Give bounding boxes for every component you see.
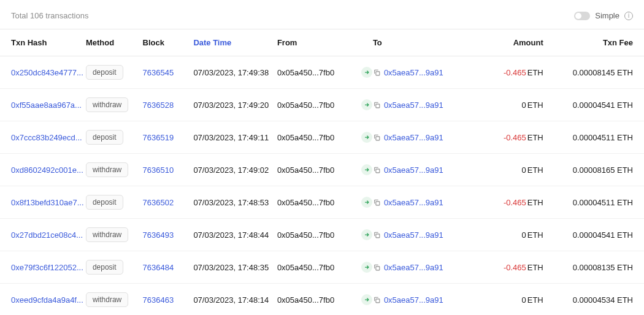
table-row: 0xf55aae8aa967a...withdraw763652807/03/2… <box>0 89 644 121</box>
txn-hash-link[interactable]: 0x7ccc83b249ecd... <box>11 133 82 142</box>
arrow-right-icon <box>361 197 372 208</box>
date-value: 07/03/2023, 17:48:53 <box>193 198 269 207</box>
arrow-right-icon <box>361 99 372 110</box>
txn-hash-link[interactable]: 0x8f13befd310ae7... <box>11 198 84 207</box>
copy-icon[interactable] <box>373 101 381 109</box>
amount-unit: ETH <box>527 165 543 175</box>
txn-hash-link[interactable]: 0x27dbd21ce08c4... <box>11 230 83 240</box>
to-address-link[interactable]: 0x5aea57...9a91 <box>384 68 443 77</box>
table-row: 0xd8602492c001e...withdraw763651007/03/2… <box>0 154 644 186</box>
svg-rect-4 <box>376 201 380 205</box>
block-link[interactable]: 7636519 <box>143 133 174 142</box>
table-row: 0x250dc843e4777...deposit763654507/03/20… <box>0 56 644 89</box>
from-address: 0x05a450...7fb0 <box>277 295 334 305</box>
arrow-right-icon <box>361 132 372 143</box>
date-value: 07/03/2023, 17:49:38 <box>193 68 269 77</box>
copy-icon[interactable] <box>373 264 381 271</box>
txn-hash-link[interactable]: 0xf55aae8aa967a... <box>11 101 82 110</box>
amount-unit: ETH <box>527 263 543 272</box>
table-row: 0x8f13befd310ae7...deposit763650207/03/2… <box>0 186 644 219</box>
from-address: 0x05a450...7fb0 <box>277 101 334 110</box>
total-transactions-label: Total 106 transactions <box>11 11 88 20</box>
date-value: 07/03/2023, 17:48:35 <box>193 263 269 272</box>
arrow-right-icon <box>361 164 372 175</box>
arrow-right-icon <box>361 294 372 305</box>
simple-toggle-group: Simple i <box>574 11 633 20</box>
txn-hash-link[interactable]: 0x250dc843e4777... <box>11 68 83 77</box>
to-address-link[interactable]: 0x5aea57...9a91 <box>384 295 443 305</box>
col-header-amount: Amount <box>469 38 543 47</box>
fee-value: 0.00004511 ETH <box>573 133 633 142</box>
copy-icon[interactable] <box>373 231 381 239</box>
block-link[interactable]: 7636493 <box>143 230 174 240</box>
amount-value: -0.465 <box>504 68 526 77</box>
copy-icon[interactable] <box>373 166 381 174</box>
info-icon[interactable]: i <box>624 12 633 20</box>
copy-icon[interactable] <box>373 69 381 77</box>
from-address: 0x05a450...7fb0 <box>277 198 334 207</box>
amount-value: 0 <box>522 230 526 240</box>
method-badge: withdraw <box>86 227 128 242</box>
transactions-table: Txn Hash Method Block Date Time From To … <box>0 29 644 315</box>
summary-bar: Total 106 transactions Simple i <box>0 6 644 29</box>
copy-icon[interactable] <box>373 296 381 304</box>
to-address-link[interactable]: 0x5aea57...9a91 <box>384 230 443 240</box>
from-address: 0x05a450...7fb0 <box>277 263 334 272</box>
fee-value: 0.00004511 ETH <box>573 198 633 207</box>
txn-hash-link[interactable]: 0xd8602492c001e... <box>11 165 83 175</box>
fee-value: 0.00004534 ETH <box>573 295 633 305</box>
date-value: 07/03/2023, 17:49:11 <box>193 133 269 142</box>
arrow-right-icon <box>361 262 372 273</box>
txn-hash-link[interactable]: 0xeed9cfda4a9a4f... <box>11 295 83 305</box>
amount-unit: ETH <box>527 295 543 305</box>
to-address-link[interactable]: 0x5aea57...9a91 <box>384 198 443 207</box>
col-header-hash: Txn Hash <box>11 38 86 47</box>
block-link[interactable]: 7636545 <box>143 68 174 77</box>
col-header-date[interactable]: Date Time <box>193 38 277 47</box>
fee-value: 0.00008165 ETH <box>573 165 633 175</box>
table-row: 0x7ccc83b249ecd...deposit763651907/03/20… <box>0 121 644 154</box>
date-value: 07/03/2023, 17:49:02 <box>193 165 269 175</box>
txn-hash-link[interactable]: 0xe79f3c6f122052... <box>11 263 83 272</box>
col-header-method: Method <box>86 38 143 47</box>
arrow-right-icon <box>361 229 372 240</box>
col-header-from: From <box>277 38 361 47</box>
method-badge: deposit <box>86 130 123 145</box>
block-link[interactable]: 7636510 <box>143 165 174 175</box>
simple-toggle[interactable] <box>574 12 590 20</box>
amount-value: 0 <box>522 295 526 305</box>
amount-unit: ETH <box>527 133 543 142</box>
date-value: 07/03/2023, 17:49:20 <box>193 101 269 110</box>
to-address-link[interactable]: 0x5aea57...9a91 <box>384 263 443 272</box>
table-row: 0xeed9cfda4a9a4f...withdraw763646307/03/… <box>0 284 644 315</box>
method-badge: withdraw <box>86 292 128 307</box>
from-address: 0x05a450...7fb0 <box>277 165 334 175</box>
block-link[interactable]: 7636528 <box>143 101 174 110</box>
svg-rect-3 <box>376 169 380 172</box>
from-address: 0x05a450...7fb0 <box>277 230 334 240</box>
fee-value: 0.00004541 ETH <box>573 101 633 110</box>
simple-label: Simple <box>595 11 619 20</box>
block-link[interactable]: 7636463 <box>143 295 174 305</box>
table-body: 0x250dc843e4777...deposit763654507/03/20… <box>0 56 644 315</box>
fee-value: 0.00008145 ETH <box>573 68 633 77</box>
from-address: 0x05a450...7fb0 <box>277 133 334 142</box>
arrow-right-icon <box>361 67 372 78</box>
amount-unit: ETH <box>527 198 543 207</box>
method-badge: deposit <box>86 260 123 275</box>
amount-value: 0 <box>522 165 526 175</box>
from-address: 0x05a450...7fb0 <box>277 68 334 77</box>
fee-value: 0.00004541 ETH <box>573 230 633 240</box>
block-link[interactable]: 7636502 <box>143 198 174 207</box>
copy-icon[interactable] <box>373 134 381 142</box>
svg-rect-1 <box>376 104 380 107</box>
copy-icon[interactable] <box>373 199 381 207</box>
to-address-link[interactable]: 0x5aea57...9a91 <box>384 101 443 110</box>
block-link[interactable]: 7636484 <box>143 263 174 272</box>
to-address-link[interactable]: 0x5aea57...9a91 <box>384 165 443 175</box>
amount-unit: ETH <box>527 230 543 240</box>
to-address-link[interactable]: 0x5aea57...9a91 <box>384 133 443 142</box>
table-row: 0xe79f3c6f122052...deposit763648407/03/2… <box>0 251 644 284</box>
date-value: 07/03/2023, 17:48:14 <box>193 295 269 305</box>
svg-rect-5 <box>376 233 380 237</box>
